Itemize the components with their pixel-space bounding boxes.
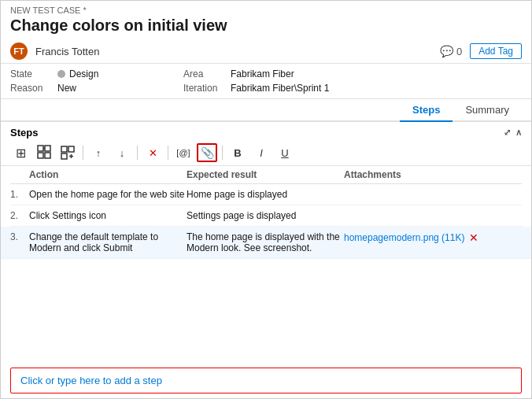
steps-table: Action Expected result Attachments 1. Op… [1, 166, 531, 363]
toolbar-sep-2 [137, 146, 138, 160]
steps-container: 1. Open the home page for the web site H… [10, 184, 522, 259]
main-window: NEW TEST CASE * Change colors on initial… [0, 0, 532, 399]
assigned-name[interactable]: Francis Totten [35, 46, 432, 57]
area-label: Area [183, 68, 231, 79]
svg-rect-7 [61, 153, 67, 159]
insert-step-icon[interactable]: ⊞ [10, 143, 31, 162]
comment-count: 0 [456, 46, 462, 57]
toolbar-sep-3 [168, 146, 168, 160]
collapse-icon[interactable]: ∧ [515, 127, 522, 138]
state-label: State [10, 68, 57, 79]
bold-icon[interactable]: B [227, 143, 248, 162]
col-action-header: Action [29, 169, 187, 180]
iteration-label: Iteration [183, 83, 231, 94]
step-expected[interactable]: Settings page is displayed [187, 210, 344, 221]
svg-rect-2 [38, 153, 43, 158]
comment-area: 💬 0 [440, 45, 462, 57]
fields-section: State Design Area Fabrikam Fiber Reason … [1, 64, 531, 99]
work-item-title[interactable]: Change colors on initial view [10, 17, 522, 35]
underline-icon[interactable]: U [275, 143, 295, 162]
step-expected[interactable]: Home page is displayed [187, 189, 344, 200]
expand-icon[interactable]: ⤢ [504, 127, 511, 138]
insert-param-icon[interactable]: [@] [173, 143, 194, 162]
attachment-delete-icon[interactable]: ✕ [469, 231, 478, 244]
col-headers: Action Expected result Attachments [10, 166, 522, 184]
step-expected[interactable]: The home page is displayed with the Mode… [187, 231, 344, 253]
col-expected-header: Expected result [187, 169, 344, 180]
table-row[interactable]: 3. Change the default template to Modern… [1, 227, 531, 259]
svg-rect-5 [61, 146, 67, 152]
step-attachment: homepagemodern.png (11K) ✕ [344, 231, 522, 244]
iteration-value[interactable]: Fabrikam Fiber\Sprint 1 [231, 83, 522, 94]
tab-steps[interactable]: Steps [400, 99, 453, 122]
insert-shared-step-icon[interactable] [34, 143, 54, 162]
toolbar: ⊞ [1, 142, 531, 166]
title-bar: NEW TEST CASE * Change colors on initial… [1, 1, 531, 39]
add-tag-button[interactable]: Add Tag [470, 43, 522, 59]
steps-header: Steps ⤢ ∧ [1, 122, 531, 142]
state-value[interactable]: Design [57, 68, 183, 79]
avatar: FT [10, 42, 28, 60]
step-num: 1. [10, 189, 29, 200]
step-action[interactable]: Open the home page for the web site [29, 189, 187, 200]
attachment-icon[interactable]: 📎 [197, 143, 217, 162]
state-text: Design [69, 68, 98, 79]
steps-header-icons: ⤢ ∧ [504, 127, 522, 138]
reason-label: Reason [10, 83, 57, 94]
svg-rect-6 [68, 146, 74, 152]
comment-icon: 💬 [440, 45, 453, 57]
toolbar-sep-4 [222, 146, 223, 160]
reason-value[interactable]: New [57, 83, 183, 94]
svg-rect-1 [45, 146, 50, 151]
steps-title: Steps [10, 127, 38, 139]
create-shared-step-icon[interactable] [57, 143, 78, 162]
italic-icon[interactable]: I [251, 143, 272, 162]
step-num: 2. [10, 210, 29, 221]
tabs-row: Steps Summary [1, 99, 531, 122]
add-step-row[interactable]: Click or type here to add a step [10, 368, 522, 393]
step-action[interactable]: Click Settings icon [29, 210, 187, 221]
toolbar-sep-1 [83, 146, 83, 160]
col-num-header [10, 169, 29, 180]
table-row[interactable]: 2. Click Settings icon Settings page is … [10, 205, 522, 227]
col-attachments-header: Attachments [344, 169, 522, 180]
move-down-icon[interactable]: ↓ [112, 143, 132, 162]
svg-rect-3 [45, 153, 50, 158]
svg-rect-0 [38, 146, 43, 151]
step-num: 3. [10, 231, 29, 242]
header-row: FT Francis Totten 💬 0 Add Tag [1, 39, 531, 64]
delete-step-icon[interactable]: ✕ [142, 143, 163, 162]
attachment-link[interactable]: homepagemodern.png (11K) [344, 232, 464, 243]
steps-section: Steps ⤢ ∧ ⊞ [1, 122, 531, 398]
step-action[interactable]: Change the default template to Modern an… [29, 231, 187, 253]
state-dot [57, 70, 65, 78]
area-value[interactable]: Fabrikam Fiber [231, 68, 522, 79]
tab-summary[interactable]: Summary [453, 99, 522, 122]
new-test-case-label: NEW TEST CASE * [10, 6, 522, 15]
table-row[interactable]: 1. Open the home page for the web site H… [10, 184, 522, 205]
move-up-icon[interactable]: ↑ [88, 143, 109, 162]
